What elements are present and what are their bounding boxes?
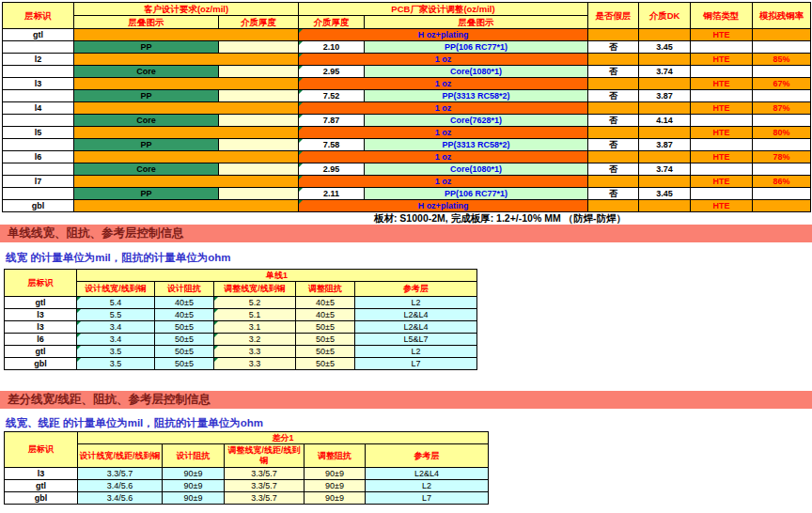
- pcb-thickness-cell[interactable]: 7.87: [299, 115, 365, 127]
- foil-type-cell[interactable]: [691, 115, 753, 127]
- dummy-layer-cell[interactable]: 否: [588, 115, 639, 127]
- dummy-layer-cell[interactable]: [588, 102, 639, 115]
- residual-copper-cell[interactable]: [753, 163, 811, 176]
- dummy-layer-cell[interactable]: [588, 78, 639, 90]
- residual-copper-cell[interactable]: 78%: [753, 151, 811, 163]
- header-thickness-customer[interactable]: 介质厚度: [219, 16, 299, 29]
- diff-header-design-impedance[interactable]: 设计阻抗: [163, 444, 225, 468]
- pcb-dielectric-cell[interactable]: PP(106 RC77*1): [365, 41, 588, 54]
- customer-copper-bar[interactable]: [74, 200, 299, 212]
- design-width-cell[interactable]: 3.5: [77, 358, 155, 370]
- header-customer-design[interactable]: 客户设计要求(oz/mil): [74, 3, 299, 16]
- customer-copper-bar[interactable]: [74, 29, 299, 41]
- foil-type-cell[interactable]: HTE: [691, 200, 753, 212]
- foil-type-cell[interactable]: HTE: [691, 176, 753, 188]
- residual-copper-cell[interactable]: 80%: [753, 127, 811, 139]
- adjusted-impedance-cell[interactable]: 50±5: [296, 334, 355, 346]
- adjusted-width-cell[interactable]: 3.3/5.7: [225, 492, 304, 505]
- customer-thickness-cell[interactable]: [219, 115, 299, 127]
- dk-cell[interactable]: [639, 176, 691, 188]
- adjusted-width-cell[interactable]: 5.1: [214, 309, 296, 321]
- adjusted-impedance-cell[interactable]: 40±5: [296, 297, 355, 309]
- design-impedance-cell[interactable]: 90±9: [163, 492, 225, 505]
- layer-id-cell[interactable]: gbl: [3, 200, 74, 212]
- reference-layer-cell[interactable]: L2: [366, 480, 489, 492]
- header-layer-id[interactable]: 层标识: [3, 3, 74, 29]
- layer-id-cell[interactable]: gbl: [5, 358, 77, 370]
- residual-copper-cell[interactable]: [753, 139, 811, 151]
- adjusted-impedance-cell[interactable]: 90±9: [304, 480, 366, 492]
- residual-copper-cell[interactable]: [753, 66, 811, 78]
- design-width-cell[interactable]: 3.4/5.6: [78, 480, 163, 492]
- reference-layer-cell[interactable]: L2: [355, 297, 477, 309]
- customer-thickness-cell[interactable]: [219, 163, 299, 176]
- foil-type-cell[interactable]: HTE: [691, 29, 753, 41]
- design-impedance-cell[interactable]: 90±9: [163, 480, 225, 492]
- dk-cell[interactable]: [639, 200, 691, 212]
- header-thickness-pcb[interactable]: 介质厚度: [299, 16, 365, 29]
- residual-copper-cell[interactable]: [753, 29, 811, 41]
- layer-id-cell[interactable]: l4: [3, 102, 74, 115]
- pcb-copper-bar[interactable]: 1 oz: [299, 54, 588, 66]
- dk-cell[interactable]: [639, 29, 691, 41]
- design-impedance-cell[interactable]: 90±9: [163, 468, 225, 480]
- dummy-layer-cell[interactable]: 否: [588, 90, 639, 102]
- dummy-layer-cell[interactable]: [588, 200, 639, 212]
- foil-type-cell[interactable]: [691, 163, 753, 176]
- design-impedance-cell[interactable]: 50±5: [155, 321, 214, 334]
- adjusted-width-cell[interactable]: 3.3: [214, 358, 296, 370]
- design-impedance-cell[interactable]: 50±5: [155, 358, 214, 370]
- pcb-thickness-cell[interactable]: 2.10: [299, 41, 365, 54]
- dummy-layer-cell[interactable]: [588, 127, 639, 139]
- foil-type-cell[interactable]: [691, 90, 753, 102]
- dummy-layer-cell[interactable]: 否: [588, 163, 639, 176]
- adjusted-impedance-cell[interactable]: 50±5: [296, 346, 355, 358]
- design-width-cell[interactable]: 3.3/5.7: [78, 468, 163, 480]
- customer-dielectric-cell[interactable]: Core: [74, 66, 219, 78]
- residual-copper-cell[interactable]: [753, 188, 811, 200]
- diff-header-adjusted-width[interactable]: 调整线宽/线距/线到铜: [225, 444, 304, 468]
- reference-layer-cell[interactable]: L2: [355, 346, 477, 358]
- dummy-layer-cell[interactable]: [588, 176, 639, 188]
- pcb-dielectric-cell[interactable]: PP(3313 RC58*2): [365, 139, 588, 151]
- residual-copper-cell[interactable]: 85%: [753, 54, 811, 66]
- adjusted-width-cell[interactable]: 3.1: [214, 321, 296, 334]
- dk-cell[interactable]: 4.14: [639, 115, 691, 127]
- dk-cell[interactable]: [639, 102, 691, 115]
- customer-dielectric-cell[interactable]: PP: [74, 90, 219, 102]
- foil-type-cell[interactable]: [691, 188, 753, 200]
- design-impedance-cell[interactable]: 40±5: [155, 297, 214, 309]
- adjusted-width-cell[interactable]: 3.2: [214, 334, 296, 346]
- layer-id-cell[interactable]: l5: [3, 127, 74, 139]
- pcb-copper-bar[interactable]: H oz+plating: [299, 200, 588, 212]
- reference-layer-cell[interactable]: L2&L4: [355, 309, 477, 321]
- pcb-dielectric-cell[interactable]: Core(1080*1): [365, 163, 588, 176]
- dummy-layer-cell[interactable]: [588, 29, 639, 41]
- layer-id-cell[interactable]: l3: [3, 78, 74, 90]
- layer-id-cell[interactable]: [3, 90, 74, 102]
- pcb-thickness-cell[interactable]: 7.58: [299, 139, 365, 151]
- dummy-layer-cell[interactable]: 否: [588, 139, 639, 151]
- design-width-cell[interactable]: 3.4: [77, 321, 155, 334]
- adjusted-impedance-cell[interactable]: 50±5: [296, 358, 355, 370]
- dk-cell[interactable]: [639, 151, 691, 163]
- pcb-thickness-cell[interactable]: 7.52: [299, 90, 365, 102]
- dk-cell[interactable]: [639, 78, 691, 90]
- header-residual-copper[interactable]: 模拟残铜率: [753, 3, 811, 29]
- pcb-dielectric-cell[interactable]: Core(1080*1): [365, 66, 588, 78]
- foil-type-cell[interactable]: HTE: [691, 127, 753, 139]
- single-header-group[interactable]: 单线1: [77, 270, 477, 282]
- adjusted-width-cell[interactable]: 5.2: [214, 297, 296, 309]
- pcb-thickness-cell[interactable]: 2.11: [299, 188, 365, 200]
- adjusted-impedance-cell[interactable]: 90±9: [304, 468, 366, 480]
- layer-id-cell[interactable]: gtl: [5, 297, 77, 309]
- layer-id-cell[interactable]: [3, 41, 74, 54]
- layer-id-cell[interactable]: l7: [3, 176, 74, 188]
- customer-thickness-cell[interactable]: [219, 66, 299, 78]
- dk-cell[interactable]: [639, 54, 691, 66]
- layer-id-cell[interactable]: [3, 139, 74, 151]
- layer-id-cell[interactable]: l3: [5, 321, 77, 334]
- design-impedance-cell[interactable]: 50±5: [155, 346, 214, 358]
- pcb-dielectric-cell[interactable]: PP(3313 RC58*2): [365, 90, 588, 102]
- layer-id-cell[interactable]: [3, 163, 74, 176]
